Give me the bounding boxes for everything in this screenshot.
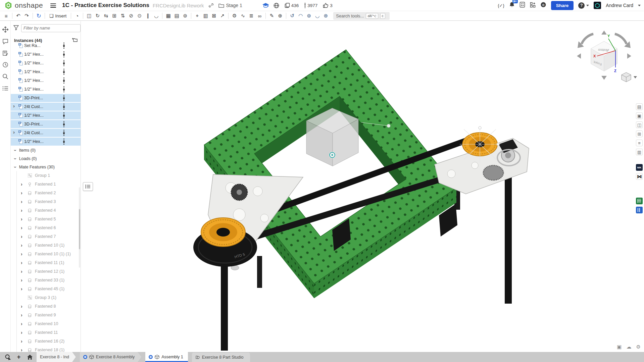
mate-icon[interactable]: ◔ [73,12,81,20]
planar-mate-icon[interactable]: ⊞ [110,12,118,20]
chevron-right-icon[interactable]: › [21,304,22,309]
display-options-icon[interactable]: ⊛ [321,12,330,20]
named-positions-icon[interactable]: ⊠ [210,12,218,20]
instance-row[interactable]: 1/2" Hex... [11,67,81,76]
mate-row[interactable]: ›Fastened 12 (1) [11,267,81,276]
group-icon[interactable]: ▦ [164,12,172,20]
folder-icon[interactable] [218,3,224,8]
drag-dots-icon[interactable] [63,69,64,75]
rack-relation-icon[interactable]: ≣ [247,12,255,20]
section-header[interactable]: ›Loads (0) [11,154,81,163]
help-menu[interactable]: ? [578,2,589,9]
chevron-right-icon[interactable]: › [21,339,22,344]
avatar[interactable] [594,2,601,9]
comments-icon[interactable] [2,38,9,45]
chevron-right-icon[interactable]: › [21,321,22,326]
cloud-status-icon[interactable]: ☁ [627,344,632,350]
origin-marker[interactable] [329,152,336,158]
instance-row[interactable]: 1/2" Hex... [11,59,81,67]
mate-row[interactable]: ›Fastened 18 (1) [11,346,81,352]
mate-row[interactable]: ›Fastened 33 (1) [11,276,81,285]
edit-in-context-icon[interactable]: ✎ [267,12,276,20]
panel-assembly-icon[interactable]: ▣ [636,112,643,119]
chevron-right-icon[interactable]: › [21,199,22,204]
drag-dots-icon[interactable] [63,51,64,57]
mate-row[interactable]: ›Fastened 6 [11,223,81,232]
screw-relation-icon[interactable]: ∿ [239,12,247,20]
instance-row[interactable]: 3D-Print... [11,94,81,102]
bom-table-icon[interactable]: ▥ [201,12,210,20]
search-tabs-icon[interactable] [3,353,12,361]
mate-row[interactable]: ›Fastened 45 (1) [11,285,81,293]
display-settings-icon[interactable]: ⚙ [636,344,641,350]
drag-dots-icon[interactable] [63,95,64,101]
mate-row[interactable]: Group 1 [11,171,81,180]
mate-connector-icon[interactable]: ⌖ [193,12,201,20]
section-header[interactable]: ›Items (0) [11,146,81,154]
panel-chart-icon[interactable]: ▥ [636,149,643,155]
chevron-down-icon[interactable]: › [13,149,18,151]
drag-dots-icon[interactable] [63,104,64,110]
instance-row[interactable]: 1/2" Hex... [11,111,81,120]
help-icon[interactable]: ? [578,2,585,9]
drag-dots-icon[interactable] [63,112,64,118]
panel-parts-icon[interactable]: ◫ [636,121,643,128]
mate-row[interactable]: ›Fastened 7 [11,232,81,241]
named-view-icon[interactable]: ◠ [296,12,305,20]
instance-row[interactable]: Set Ra... [11,41,81,50]
copies-stat[interactable]: 436 [285,3,299,8]
mkcad-app-icon[interactable]: MK [636,164,643,171]
chevron-right-icon[interactable]: › [21,216,22,222]
featurescript-icon[interactable]: {✓} [498,3,504,8]
mate-row[interactable]: ›Fastened 4 [11,206,81,215]
instance-row[interactable]: 1/2" Hex... [11,50,81,59]
likes-stat[interactable]: 3 [323,3,333,8]
chevron-right-icon[interactable]: › [21,190,22,196]
appearance-icon[interactable]: ◡ [313,12,321,20]
drag-dots-icon[interactable] [63,60,64,66]
drag-dots-icon[interactable] [63,130,64,136]
new-tab-button[interactable]: + [14,353,23,361]
mate-row[interactable]: ›Fastened 5 [11,215,81,223]
education-icon[interactable] [262,3,269,8]
drag-dots-icon[interactable] [63,43,64,49]
undo-icon[interactable]: ↶ [14,12,22,20]
snapshot-icon[interactable]: ▣ [617,344,622,350]
drag-dots-icon[interactable] [63,86,64,92]
exploded-view-icon[interactable]: ↗ [218,12,227,20]
chevron-right-icon[interactable]: › [21,208,22,213]
mate-row[interactable]: ›Fastened 2 [11,189,81,197]
properties-icon[interactable] [2,85,9,92]
gear-relation-icon[interactable]: ⚙ [230,12,239,20]
tab-assembly-1[interactable]: Assembly 1 [145,352,188,362]
panel-document-icon[interactable]: ▤ [636,103,643,110]
filter-funnel-icon[interactable] [13,25,19,32]
feature-list-flyout-button[interactable] [83,182,93,191]
tasks-icon[interactable] [519,2,525,9]
chevron-right-icon[interactable]: › [21,182,22,187]
chevron-right-icon[interactable]: › [21,312,22,318]
mate-row[interactable]: ›Fastened 8 [11,302,81,311]
drag-dots-icon[interactable] [63,77,64,84]
share-button[interactable]: Share [551,1,574,10]
panel-scrollbar-thumb[interactable] [79,209,80,249]
menu-icon[interactable] [50,3,56,8]
history-icon[interactable] [2,61,9,68]
drag-dots-icon[interactable] [63,121,64,127]
followers-stat[interactable]: 3977 [304,3,317,8]
mate-row[interactable]: ›Fastened 11 (1) [11,258,81,267]
transform-icon[interactable] [2,26,9,33]
user-menu-chevron-icon[interactable] [638,5,641,6]
parallel-mate-icon[interactable]: ∥ [144,12,152,20]
assembly-features-icon[interactable]: ≡ [2,12,10,20]
search-tools[interactable]: Search tools... alt/⌥ c [333,12,390,20]
versions-icon[interactable] [2,49,9,57]
belt-relation-icon[interactable]: ∞ [255,12,264,20]
pin-slot-mate-icon[interactable]: ⊘ [127,12,135,20]
mate-row[interactable]: ›Fastened 11 [11,328,81,337]
chevron-right-icon[interactable]: › [13,103,15,109]
chevron-right-icon[interactable]: › [21,277,22,283]
chevron-right-icon[interactable]: › [21,234,22,239]
columns-app-icon[interactable] [636,207,643,213]
instance-row[interactable]: 1/2" Hex... [11,85,81,94]
